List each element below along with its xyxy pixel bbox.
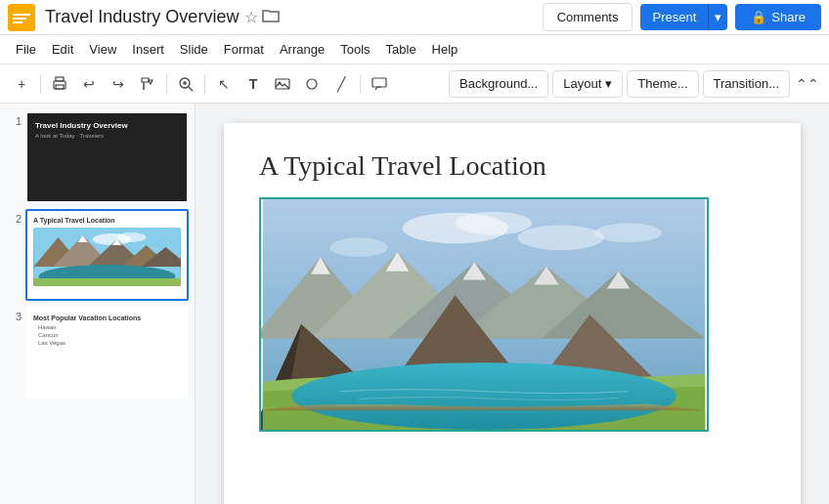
- menu-view[interactable]: View: [81, 38, 124, 61]
- toolbar-redo-button[interactable]: ↪: [105, 70, 132, 98]
- share-button[interactable]: 🔒 Share: [735, 4, 821, 30]
- layout-dropdown-icon: ▾: [605, 76, 612, 91]
- folder-icon[interactable]: [262, 9, 280, 25]
- svg-point-17: [117, 232, 147, 242]
- toolbar-line-button[interactable]: ╱: [327, 70, 355, 98]
- menu-table[interactable]: Table: [378, 38, 424, 61]
- star-icon[interactable]: ☆: [244, 8, 258, 26]
- menu-insert[interactable]: Insert: [124, 38, 172, 61]
- slide-2-number: 2: [6, 209, 22, 225]
- canvas-area: A Typical Travel Location: [196, 104, 829, 504]
- slide-1-row: 1 Travel Industry Overview A look at Tod…: [0, 111, 195, 203]
- toolbar-separator-4: [360, 74, 361, 94]
- slide-2-thumb-title: A Typical Travel Location: [33, 217, 181, 224]
- toolbar-right-actions: Background... Layout ▾ Theme... Transiti…: [449, 70, 821, 98]
- app-icon: [8, 4, 35, 31]
- menu-format[interactable]: Format: [216, 38, 272, 61]
- toolbar-zoom-button[interactable]: [172, 70, 199, 98]
- present-dropdown-button[interactable]: ▾: [708, 4, 727, 30]
- slide-image[interactable]: [259, 197, 709, 432]
- toolbar-text-button[interactable]: T: [240, 70, 267, 98]
- svg-point-30: [517, 226, 604, 251]
- svg-point-32: [594, 224, 662, 243]
- toolbar-layout-button[interactable]: Layout ▾: [552, 70, 623, 98]
- svg-line-8: [189, 87, 193, 91]
- slide-1-thumbnail[interactable]: Travel Industry Overview A look at Today…: [25, 111, 189, 203]
- slide-2-thumbnail[interactable]: A Typical Travel Location: [25, 209, 189, 301]
- menu-file[interactable]: File: [8, 38, 44, 61]
- slide-3-item-2: Cancun: [38, 332, 181, 338]
- menu-tools[interactable]: Tools: [332, 38, 377, 61]
- svg-point-13: [307, 79, 317, 89]
- slide-3-row: 3 Most Popular Vacation Locations Hawaii…: [0, 307, 195, 399]
- toolbar-theme-button[interactable]: Theme...: [627, 70, 698, 98]
- toolbar-comment-button[interactable]: [366, 70, 393, 98]
- svg-point-31: [330, 237, 388, 257]
- menu-help[interactable]: Help: [424, 38, 466, 61]
- svg-rect-1: [13, 14, 30, 16]
- slide-panel: 1 Travel Industry Overview A look at Tod…: [0, 104, 196, 504]
- toolbar-transition-button[interactable]: Transition...: [703, 70, 790, 98]
- menu-edit[interactable]: Edit: [44, 38, 81, 61]
- menu-arrange[interactable]: Arrange: [272, 38, 332, 61]
- svg-rect-5: [56, 77, 64, 81]
- slide-1-number: 1: [6, 111, 22, 127]
- slide-3-thumbnail[interactable]: Most Popular Vacation Locations Hawaii C…: [25, 307, 189, 399]
- toolbar-separator-1: [40, 74, 41, 94]
- title-actions: Comments Present ▾ 🔒 Share: [543, 3, 821, 31]
- lock-icon: 🔒: [751, 10, 766, 24]
- slide-3-item-1: Hawaii: [38, 324, 181, 330]
- svg-rect-3: [13, 21, 22, 23]
- main-layout: 1 Travel Industry Overview A look at Tod…: [0, 104, 829, 504]
- toolbar-print-button[interactable]: [46, 70, 73, 98]
- toolbar-cursor-button[interactable]: ↖: [210, 70, 238, 98]
- present-btn-group: Present ▾: [640, 4, 727, 30]
- menu-slide[interactable]: Slide: [172, 38, 216, 61]
- slide-2-thumb-image: [33, 228, 181, 286]
- toolbar-shapes-button[interactable]: [298, 70, 326, 98]
- toolbar-paint-format-button[interactable]: [134, 70, 161, 98]
- toolbar-collapse-button[interactable]: ⌃⌃: [794, 70, 821, 98]
- svg-rect-2: [13, 18, 26, 20]
- svg-point-29: [456, 212, 533, 235]
- slide-3-thumb-title: Most Popular Vacation Locations: [33, 315, 181, 321]
- present-button[interactable]: Present: [640, 4, 708, 30]
- svg-rect-6: [56, 85, 64, 89]
- slide-1-thumb-title: Travel Industry Overview: [35, 121, 179, 130]
- toolbar-image-button[interactable]: [269, 70, 296, 98]
- menu-bar: File Edit View Insert Slide Format Arran…: [0, 35, 829, 64]
- slide-2-row: 2 A Typical Travel Location: [0, 209, 195, 301]
- title-bar: Travel Industry Overview ☆ Comments Pres…: [0, 0, 829, 35]
- slide-main-title: A Typical Travel Location: [224, 123, 801, 197]
- svg-point-47: [291, 362, 676, 430]
- comments-button[interactable]: Comments: [543, 3, 633, 31]
- slide-3-number: 3: [6, 307, 22, 322]
- toolbar-separator-3: [204, 74, 205, 94]
- svg-rect-26: [34, 278, 181, 286]
- toolbar: + ↩ ↪ ↖ T ╱ Background... Layout ▾ Theme…: [0, 64, 829, 104]
- toolbar-background-button[interactable]: Background...: [449, 70, 548, 98]
- slide-3-item-3: Las Vegas: [38, 340, 181, 346]
- toolbar-undo-button[interactable]: ↩: [75, 70, 103, 98]
- toolbar-separator-2: [166, 74, 167, 94]
- doc-title: Travel Industry Overview: [45, 7, 239, 27]
- svg-rect-14: [372, 78, 386, 87]
- slide-1-thumb-sub: A look at Today · Travelers: [35, 133, 179, 139]
- slide-canvas[interactable]: A Typical Travel Location: [224, 123, 801, 504]
- toolbar-plus-button[interactable]: +: [8, 70, 35, 98]
